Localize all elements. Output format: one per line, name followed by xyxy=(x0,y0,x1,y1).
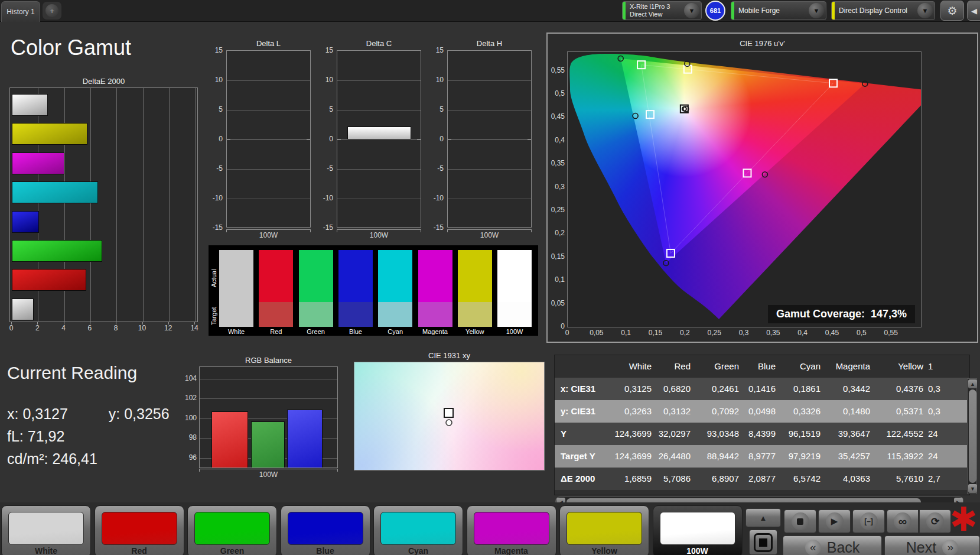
cie76-xtick: 0,3 xyxy=(733,329,754,337)
eject-button[interactable]: ▲ xyxy=(745,508,781,527)
loop-button[interactable]: ∞ xyxy=(887,509,919,533)
plus-icon: + xyxy=(45,4,58,17)
delta_l-tick-label: 5 xyxy=(205,105,223,113)
scroll-down-icon[interactable]: ▼ xyxy=(968,484,977,493)
scroll-up-icon[interactable]: ▲ xyxy=(968,379,977,388)
display-control-dropdown[interactable]: Direct Display Control ▼ xyxy=(831,1,935,20)
reading-fl-value: 71,92 xyxy=(28,428,65,444)
deltae-tick-label: 0 xyxy=(6,324,16,332)
cie1931-field xyxy=(354,362,545,470)
pattern-patch-white[interactable]: White xyxy=(1,505,91,555)
collapse-panel-button[interactable]: ◀ xyxy=(967,1,980,21)
cell: 26,4480 xyxy=(655,445,694,468)
table-row--e-2000[interactable]: ΔE 20001,68595,70866,89072,08776,57424,0… xyxy=(555,468,969,490)
table-row-x-cie31[interactable]: x: CIE310,31250,68200,24610,14160,18610,… xyxy=(555,378,969,400)
cell: 0,3 xyxy=(927,378,968,400)
cie76-xtick: 0 xyxy=(556,329,578,337)
page-title: Color Gamut xyxy=(11,35,131,60)
play-button[interactable]: ▶ xyxy=(818,509,851,533)
pattern-patch-red[interactable]: Red xyxy=(95,505,184,555)
patch-swatch xyxy=(474,512,549,545)
cell: 0,3 xyxy=(927,400,968,423)
tab-history-1[interactable]: History 1 xyxy=(1,1,40,22)
refresh-button[interactable]: ⟳ xyxy=(919,509,951,533)
deltae-tick-mark xyxy=(116,322,116,324)
vscroll-thumb[interactable] xyxy=(969,390,976,483)
delta_c-tick-label: 15 xyxy=(315,46,333,54)
patch-swatch xyxy=(566,512,642,545)
swatch-column-white xyxy=(219,250,253,327)
pattern-patch-cyan[interactable]: Cyan xyxy=(373,505,463,555)
meter-count-badge: 681 xyxy=(705,1,725,21)
patch-swatch xyxy=(380,512,456,545)
cie76-ytick: 0,55 xyxy=(548,66,565,74)
gridline xyxy=(448,139,531,140)
pattern-patch-blue[interactable]: Blue xyxy=(281,505,370,555)
delta_c-tick-label: -15 xyxy=(315,223,333,232)
deltae-chart-title: DeltaE 2000 xyxy=(9,77,198,86)
gridline xyxy=(448,199,531,199)
back-button[interactable]: « Back xyxy=(783,535,882,555)
delta_h-tick-label: -15 xyxy=(426,223,444,232)
actual-swatch xyxy=(219,250,253,302)
meter-dropdown[interactable]: X-Rite i1Pro 3Direct View ▼ xyxy=(622,1,702,20)
cie76-xtick: 0,4 xyxy=(792,329,813,337)
swatch-column-blue xyxy=(338,250,373,327)
target-swatch xyxy=(497,302,532,327)
blackout-button[interactable] xyxy=(749,530,777,555)
actual-swatch xyxy=(338,250,373,302)
pattern-patch-green[interactable]: Green xyxy=(187,505,277,555)
swatch-label: Magenta xyxy=(418,328,452,335)
table-vscrollbar[interactable]: ▲ ▼ xyxy=(967,378,977,494)
cell: 8,9777 xyxy=(743,445,779,468)
cie76-xtick: 0,5 xyxy=(851,329,872,337)
table-row-y-cie31[interactable]: y: CIE310,32630,31320,70920,04980,33260,… xyxy=(555,400,969,423)
delta_l-tick-label: 10 xyxy=(205,76,223,84)
cie1931-title: CIE 1931 xy xyxy=(354,351,545,360)
reading-cd-value: 246,41 xyxy=(52,450,97,467)
cie76-ytick: 0,45 xyxy=(548,112,565,121)
rgb-tick-label: 96 xyxy=(179,453,197,462)
step-button[interactable]: [–] xyxy=(852,509,885,533)
next-button[interactable]: Next » xyxy=(884,535,980,555)
rgb-tick-label: 98 xyxy=(179,433,197,442)
pattern-patch-magenta[interactable]: Magenta xyxy=(467,505,556,555)
row-label: Y xyxy=(555,423,607,445)
deltae-tick-mark xyxy=(194,322,195,324)
row-label: ΔE 2000 xyxy=(555,468,607,490)
patch-swatch xyxy=(288,512,363,545)
cell: 0,0498 xyxy=(743,400,779,423)
stop-button[interactable] xyxy=(784,509,816,533)
cell: 0,1416 xyxy=(743,378,779,400)
gridline xyxy=(337,139,421,140)
patch-swatch xyxy=(660,512,735,545)
source-dropdown-label: Mobile Forge xyxy=(734,7,809,15)
gridline xyxy=(337,110,421,111)
actual-row-label: Actual xyxy=(210,254,217,303)
table-row-y[interactable]: Y124,369932,029793,03488,439996,151939,3… xyxy=(555,423,969,445)
reading-y-value: 0,3256 xyxy=(124,405,169,422)
current-reading-title: Current Reading xyxy=(7,363,137,383)
actual-target-swatch-panel: ActualTargetWhiteRedGreenBlueCyanMagenta… xyxy=(209,245,538,336)
cell: 0,4376 xyxy=(874,378,927,400)
meter-dropdown-label: X-Rite i1Pro 3Direct View xyxy=(626,3,684,18)
pattern-patch-100w[interactable]: 100W xyxy=(653,505,743,555)
table-row-target-y[interactable]: Target Y124,369926,448088,94428,977797,9… xyxy=(555,445,969,468)
next-label: Next xyxy=(906,539,936,555)
gamut-coverage-value: 147,3% xyxy=(871,308,907,320)
cell: 122,4552 xyxy=(874,423,927,445)
source-dropdown[interactable]: Mobile Forge ▼ xyxy=(731,1,826,20)
settings-button[interactable]: ⚙ xyxy=(940,1,964,21)
gridline xyxy=(169,88,170,322)
pattern-patch-yellow[interactable]: Yellow xyxy=(559,505,649,555)
table-corner-cell xyxy=(555,355,607,378)
swatch-label: Green xyxy=(299,328,333,335)
delta_h-chart xyxy=(447,50,532,228)
rgb-tick-label: 102 xyxy=(179,394,197,402)
cie1976-title: CIE 1976 u'v' xyxy=(548,39,977,48)
table-header-Yellow: Yellow xyxy=(874,355,927,378)
cell: 0,3125 xyxy=(607,378,655,400)
deltae-tick-label: 6 xyxy=(85,324,95,332)
cell: 32,0297 xyxy=(655,423,694,445)
new-tab-button[interactable]: + xyxy=(43,2,61,20)
